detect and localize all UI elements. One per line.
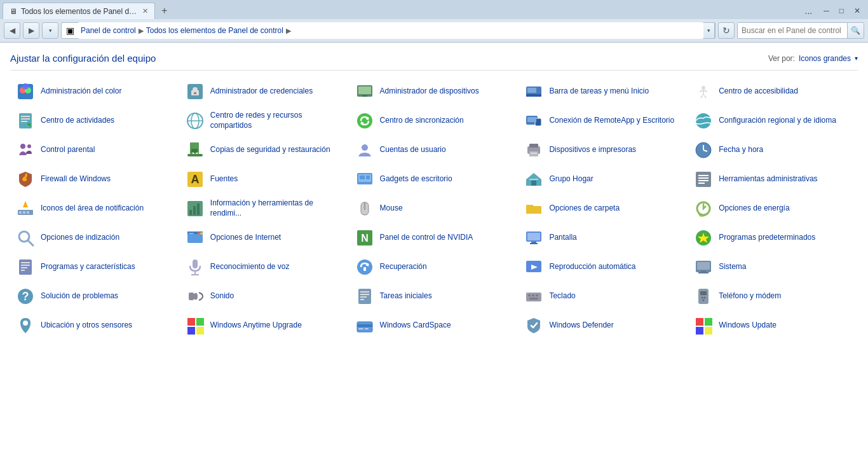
control-item-sistema[interactable]: Sistema xyxy=(688,252,858,282)
control-item-reconocimiento-voz[interactable]: Reconocimiento de voz xyxy=(180,252,349,282)
control-item-copias-seguridad[interactable]: Copias de seguridad y restauración xyxy=(180,135,349,165)
svg-rect-53 xyxy=(698,183,705,184)
control-item-fuentes[interactable]: A Fuentes xyxy=(180,165,349,194)
svg-rect-120 xyxy=(196,327,204,335)
control-item-opciones-energia[interactable]: Opciones de energía xyxy=(688,194,858,223)
svg-rect-96 xyxy=(701,271,706,272)
svg-rect-52 xyxy=(698,180,709,181)
control-item-admin-color[interactable]: Administración del color xyxy=(10,77,180,106)
browser-menu-button[interactable]: ... xyxy=(799,4,819,17)
close-button[interactable]: ✕ xyxy=(849,5,865,17)
item-label-programas-predeterminados: Programas predeterminados xyxy=(719,233,815,243)
control-item-centro-redes[interactable]: Centro de redes y recursos compartidos xyxy=(180,106,349,135)
control-item-admin-credenciales[interactable]: Administrador de credenciales xyxy=(180,77,349,106)
tab-icon: 🖥 xyxy=(10,7,17,16)
new-tab-button[interactable]: + xyxy=(158,4,171,18)
control-item-barra-tareas[interactable]: Barra de tareas y menú Inicio xyxy=(519,77,688,106)
item-label-informacion-rendimiento: Información y herramientas de rendimi... xyxy=(210,198,344,218)
control-item-centro-actividades[interactable]: Centro de actividades xyxy=(10,106,180,135)
view-by-value[interactable]: Iconos grandes xyxy=(799,54,851,63)
control-item-centro-accesibilidad[interactable]: Centro de accesibilidad xyxy=(688,77,858,106)
item-label-copias-seguridad: Copias de seguridad y restauración xyxy=(210,145,330,155)
breadcrumb-dropdown-button[interactable]: ▾ xyxy=(703,22,715,39)
control-item-grupo-hogar[interactable]: Grupo Hogar xyxy=(519,165,688,194)
svg-text:?: ? xyxy=(22,290,29,303)
item-label-windows-defender: Windows Defender xyxy=(549,321,613,331)
control-item-telefono-modem[interactable]: Teléfono y módem xyxy=(688,282,858,311)
svg-rect-123 xyxy=(358,328,363,329)
item-label-programas-caracteristicas: Programas y características xyxy=(41,262,135,272)
control-item-reproduccion-automatica[interactable]: Reproducción automática xyxy=(519,252,688,282)
view-by-arrow[interactable]: ▾ xyxy=(855,55,858,62)
search-bar: 🔍 xyxy=(737,22,864,39)
control-item-windows-anytime[interactable]: Windows Anytime Upgrade xyxy=(180,311,349,340)
control-item-tareas-iniciales[interactable]: Tareas iniciales xyxy=(349,282,519,311)
svg-rect-122 xyxy=(357,324,372,327)
item-label-ubicacion-sensores: Ubicación y otros sensores xyxy=(41,321,132,331)
svg-rect-56 xyxy=(23,211,25,214)
svg-point-6 xyxy=(193,87,198,92)
control-item-opciones-indizacion[interactable]: Opciones de indización xyxy=(10,223,180,252)
control-item-configuracion-regional[interactable]: Configuración regional y de idioma xyxy=(688,106,858,135)
control-item-gadgets-escritorio[interactable]: Gadgets de escritorio xyxy=(349,165,519,194)
item-label-windows-anytime: Windows Anytime Upgrade xyxy=(210,321,302,331)
search-input[interactable] xyxy=(738,23,847,38)
control-item-windows-update[interactable]: Windows Update xyxy=(688,311,858,340)
svg-rect-83 xyxy=(21,265,30,266)
control-item-admin-dispositivos[interactable]: Administrador de dispositivos xyxy=(349,77,519,106)
breadcrumb: Panel de control ▶ Todos los elementos d… xyxy=(78,22,703,39)
control-item-informacion-rendimiento[interactable]: Información y herramientas de rendimi... xyxy=(180,194,349,223)
control-item-panel-nvidia[interactable]: N Panel de control de NVIDIA xyxy=(349,223,519,252)
control-item-programas-caracteristicas[interactable]: Programas y características xyxy=(10,252,180,282)
control-item-firewall-windows[interactable]: Firewall de Windows xyxy=(10,165,180,194)
recent-pages-button[interactable]: ▾ xyxy=(42,22,58,39)
minimize-button[interactable]: ─ xyxy=(818,5,834,17)
svg-rect-47 xyxy=(366,176,370,179)
view-by-control[interactable]: Ver por: Iconos grandes ▾ xyxy=(768,54,858,63)
control-item-windows-defender[interactable]: Windows Defender xyxy=(519,311,688,340)
control-item-opciones-internet[interactable]: Opciones de Internet xyxy=(180,223,349,252)
svg-rect-100 xyxy=(189,293,194,300)
tab-close-button[interactable]: ✕ xyxy=(142,7,148,15)
svg-rect-111 xyxy=(698,289,709,304)
control-item-control-parental[interactable]: Control parental xyxy=(10,135,180,165)
control-item-windows-cardspace[interactable]: Windows CardSpace xyxy=(349,311,519,340)
control-item-mouse[interactable]: Mouse xyxy=(349,194,519,223)
control-item-herramientas-admin[interactable]: Herramientas administrativas xyxy=(688,165,858,194)
control-item-programas-predeterminados[interactable]: Programas predeterminados xyxy=(688,223,858,252)
svg-line-67 xyxy=(28,240,33,245)
svg-point-116 xyxy=(23,321,28,326)
control-item-pantalla[interactable]: Pantalla xyxy=(519,223,688,252)
control-item-centro-sincronizacion[interactable]: Centro de sincronización xyxy=(349,106,519,135)
control-item-opciones-carpeta[interactable]: Opciones de carpeta xyxy=(519,194,688,223)
control-item-iconos-area[interactable]: Iconos del área de notificación xyxy=(10,194,180,223)
control-item-teclado[interactable]: Teclado xyxy=(519,282,688,311)
svg-rect-95 xyxy=(697,262,710,270)
item-label-recuperacion: Recuperación xyxy=(380,262,427,272)
back-button[interactable]: ◀ xyxy=(4,22,20,39)
maximize-button[interactable]: □ xyxy=(834,5,849,17)
control-item-dispositivos-impresoras[interactable]: Dispositivos e impresoras xyxy=(519,135,688,165)
item-label-admin-dispositivos: Administrador de dispositivos xyxy=(380,86,479,97)
control-item-ubicacion-sensores[interactable]: Ubicación y otros sensores xyxy=(10,311,180,340)
svg-rect-51 xyxy=(698,177,709,179)
control-item-fecha-hora[interactable]: Fecha y hora xyxy=(688,135,858,165)
item-label-mouse: Mouse xyxy=(380,204,403,214)
control-item-cuentas-usuario[interactable]: Cuentas de usuario xyxy=(349,135,519,165)
breadcrumb-todos-elementos[interactable]: Todos los elementos de Panel de control xyxy=(146,26,283,35)
search-button[interactable]: 🔍 xyxy=(847,23,864,38)
item-label-opciones-indizacion: Opciones de indización xyxy=(41,233,119,243)
svg-rect-70 xyxy=(189,233,194,234)
control-item-sonido[interactable]: Sonido xyxy=(180,282,349,311)
browser-tab[interactable]: 🖥 Todos los elementos de Panel de... ✕ xyxy=(3,3,155,19)
control-item-solucion-problemas[interactable]: ? Solución de problemas xyxy=(10,282,180,311)
item-label-cuentas-usuario: Cuentas de usuario xyxy=(380,145,446,155)
item-icon-dispositivos-impresoras xyxy=(524,140,544,160)
control-item-conexion-remoteapp[interactable]: Conexión de RemoteApp y Escritorio xyxy=(519,106,688,135)
refresh-button[interactable]: ↻ xyxy=(718,22,735,39)
forward-button[interactable]: ▶ xyxy=(23,22,39,39)
breadcrumb-panel-control[interactable]: Panel de control xyxy=(81,26,136,35)
control-item-recuperacion[interactable]: Recuperación xyxy=(349,252,519,282)
item-icon-admin-credenciales xyxy=(185,81,205,102)
item-label-opciones-internet: Opciones de Internet xyxy=(210,233,281,243)
